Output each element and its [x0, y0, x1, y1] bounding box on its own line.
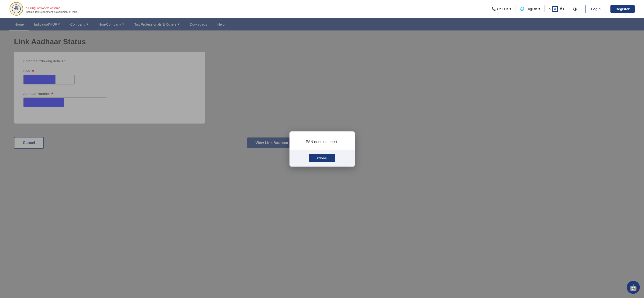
modal-close-button[interactable]: Close — [309, 154, 335, 162]
modal-message: PAN does not exist. — [295, 140, 349, 144]
bot-icon: 🤖 — [629, 284, 638, 291]
modal-footer: Close — [290, 149, 355, 166]
modal-backdrop: PAN does not exist. Close — [0, 0, 644, 298]
chatbot-avatar[interactable]: 🤖 — [627, 281, 640, 294]
modal-body: PAN does not exist. — [290, 132, 355, 149]
error-modal: PAN does not exist. Close — [290, 132, 355, 166]
